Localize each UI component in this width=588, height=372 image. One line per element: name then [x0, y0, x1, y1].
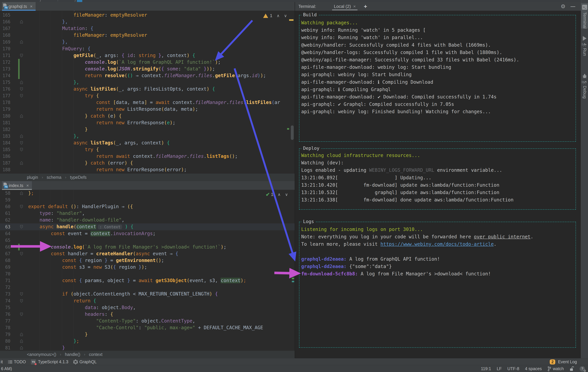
breadcrumb-item[interactable]: plugin: [27, 175, 38, 180]
fold-marker-icon[interactable]: [20, 141, 23, 145]
breadcrumb-item[interactable]: <anonymous>(): [27, 352, 56, 357]
minimize-icon[interactable]: —: [570, 4, 575, 9]
fold-marker-icon[interactable]: [20, 53, 23, 58]
chevron-down-icon[interactable]: ∨: [284, 13, 287, 18]
event-log-count-badge[interactable]: 2: [550, 359, 555, 364]
gutter[interactable]: [11, 197, 28, 203]
editor2-inspections-widget[interactable]: ✔ 1 ∧ ∨: [266, 191, 288, 197]
gutter[interactable]: [11, 203, 28, 210]
gutter[interactable]: [11, 166, 28, 173]
event-log-label[interactable]: Event Log: [558, 359, 577, 364]
line-number[interactable]: 59: [0, 197, 11, 202]
gutter[interactable]: [11, 338, 28, 344]
fold-marker-icon[interactable]: [20, 225, 23, 229]
line-number[interactable]: 176: [0, 87, 11, 91]
line-number[interactable]: 173: [0, 66, 11, 71]
tab-index-ts[interactable]: TS index.ts ×: [2, 181, 32, 190]
gutter[interactable]: [11, 331, 28, 338]
gutter[interactable]: [11, 264, 28, 271]
gutter[interactable]: [11, 133, 28, 140]
gutter[interactable]: [11, 304, 28, 311]
line-number[interactable]: 165: [0, 13, 11, 18]
gutter[interactable]: [11, 25, 28, 32]
gutter[interactable]: [11, 72, 28, 79]
gutter[interactable]: [11, 39, 28, 45]
line-number[interactable]: 167: [0, 26, 11, 31]
line-number[interactable]: 61: [0, 211, 11, 216]
line-number[interactable]: 184: [0, 140, 11, 145]
editor1-code-area[interactable]: Query: {165 fileManager: emptyResolver16…: [0, 11, 295, 173]
line-separator[interactable]: LF: [497, 366, 502, 371]
line-number[interactable]: 60: [0, 204, 11, 209]
gutter[interactable]: [11, 271, 28, 277]
gutter[interactable]: [11, 311, 28, 318]
line-number[interactable]: 75: [0, 305, 11, 310]
fold-marker-icon[interactable]: [20, 94, 23, 98]
unlocked-padlock-icon[interactable]: [569, 366, 574, 371]
gutter[interactable]: [11, 153, 28, 160]
file-encoding[interactable]: UTF-8: [507, 366, 519, 371]
close-icon[interactable]: ×: [26, 183, 29, 188]
line-number[interactable]: 187: [0, 161, 11, 166]
line-number[interactable]: 72: [0, 285, 11, 290]
chevron-up-icon[interactable]: ∧: [278, 192, 281, 197]
chevron-up-icon[interactable]: ∧: [277, 13, 280, 18]
gutter[interactable]: [11, 344, 28, 351]
line-number[interactable]: 179: [0, 107, 11, 112]
fold-marker-icon[interactable]: [20, 40, 23, 44]
line-number[interactable]: 65: [0, 238, 11, 243]
breadcrumb-item[interactable]: context: [89, 352, 103, 357]
gutter[interactable]: [11, 146, 28, 153]
gutter[interactable]: [11, 217, 28, 223]
line-number[interactable]: 174: [0, 73, 11, 78]
fold-marker-icon[interactable]: [20, 87, 23, 91]
fold-marker-icon[interactable]: [20, 20, 23, 24]
line-number[interactable]: 180: [0, 113, 11, 119]
line-number[interactable]: 67: [0, 251, 11, 256]
line-number[interactable]: 68: [0, 258, 11, 263]
gutter[interactable]: [11, 318, 28, 324]
gutter[interactable]: [11, 291, 28, 297]
gutter[interactable]: [11, 298, 28, 304]
gutter[interactable]: [11, 19, 28, 25]
line-number[interactable]: 183: [0, 134, 11, 139]
gutter[interactable]: [11, 52, 28, 59]
line-number[interactable]: 169: [0, 40, 11, 45]
line-number[interactable]: 69: [0, 265, 11, 270]
line-number[interactable]: 185: [0, 147, 11, 152]
line-number[interactable]: 81: [0, 345, 11, 350]
graphql-widget[interactable]: GraphQL: [73, 359, 97, 364]
line-number[interactable]: 71: [0, 278, 11, 283]
close-icon[interactable]: ×: [353, 4, 356, 9]
gutter[interactable]: [11, 324, 28, 331]
editor1-inspections-widget[interactable]: 1 ∧ ∨: [263, 13, 287, 18]
fold-marker-icon[interactable]: [20, 80, 23, 84]
line-number[interactable]: 79: [0, 332, 11, 337]
fold-marker-icon[interactable]: [20, 346, 23, 350]
new-terminal-tab-button[interactable]: +: [364, 3, 367, 10]
git-branch-widget[interactable]: watch: [547, 366, 564, 371]
fold-marker-icon[interactable]: [20, 134, 23, 138]
fold-marker-icon[interactable]: [20, 252, 23, 256]
close-icon[interactable]: ×: [30, 4, 32, 9]
fold-marker-icon[interactable]: [20, 148, 23, 152]
breadcrumb-item[interactable]: typeDefs: [70, 175, 87, 180]
line-number[interactable]: 171: [0, 53, 11, 58]
gutter[interactable]: [11, 244, 28, 251]
line-number[interactable]: 74: [0, 298, 11, 303]
tab-graphql-ts[interactable]: TS graphql.ts ×: [2, 2, 36, 11]
tool-button-debug[interactable]: 5: Debug: [581, 74, 588, 99]
gutter[interactable]: [11, 160, 28, 166]
scrollbar-thumb[interactable]: [291, 125, 294, 140]
fold-marker-icon[interactable]: [20, 292, 23, 296]
gutter[interactable]: [11, 32, 28, 39]
todo-widget[interactable]: TODO: [8, 359, 26, 364]
gutter[interactable]: [11, 45, 28, 52]
line-number[interactable]: 76: [0, 312, 11, 317]
editor2-code-area[interactable]: 58};5960export default (): HandlerPlugin…: [0, 190, 295, 351]
tool-button-terminal[interactable]: >_ Terminal: [581, 3, 588, 29]
gutter[interactable]: [11, 126, 28, 133]
unknown-run-config-icon[interactable]: ? ⚙: [580, 366, 585, 372]
gutter[interactable]: [11, 237, 28, 244]
line-number[interactable]: 64: [0, 231, 11, 236]
